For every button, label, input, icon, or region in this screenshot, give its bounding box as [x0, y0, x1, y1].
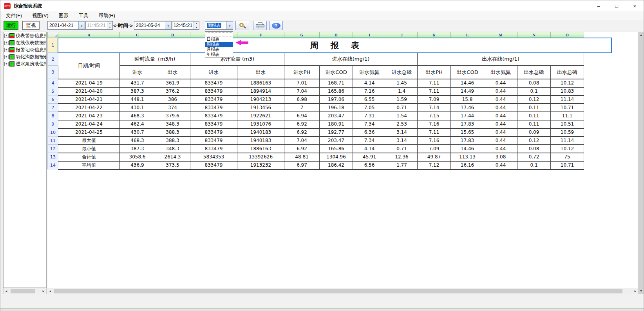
column-header-A[interactable]: A	[58, 32, 120, 38]
data-cell[interactable]: 1.77	[386, 161, 418, 169]
data-cell[interactable]: 13392626	[237, 153, 284, 161]
header-group-1[interactable]: 累计流量 (m3)	[190, 53, 284, 66]
row-number-cell[interactable]: 5	[48, 87, 58, 95]
header-date-time[interactable]: 日期/时间	[58, 53, 120, 79]
data-cell[interactable]: 7	[284, 104, 320, 112]
data-cell[interactable]: 436.9	[120, 161, 155, 169]
data-cell[interactable]: 48.81	[284, 153, 320, 161]
menu-item-4[interactable]: 帮助(H)	[99, 13, 115, 19]
data-cell[interactable]: 1904213	[237, 95, 284, 104]
data-cell[interactable]: 1940183	[237, 137, 284, 145]
data-cell[interactable]: 14.46	[451, 79, 484, 87]
data-cell[interactable]: 7.01	[284, 79, 320, 87]
data-cell[interactable]: 7.34	[353, 137, 386, 145]
row-number-cell[interactable]: 11	[48, 137, 58, 145]
data-cell[interactable]: 10.71	[551, 104, 584, 112]
data-cell[interactable]: 348.3	[155, 145, 190, 153]
data-cell[interactable]: 833479	[190, 137, 237, 145]
report-type-combo[interactable]: 周报表 ∨	[205, 21, 233, 30]
data-cell[interactable]: 7.04	[284, 87, 320, 95]
end-date-picker[interactable]: 2021-05-24 ∨	[134, 21, 172, 30]
data-cell[interactable]: 468.3	[120, 137, 155, 145]
data-cell[interactable]: 833479	[190, 112, 237, 120]
column-header-H[interactable]: H	[320, 32, 353, 38]
scroll-up-icon[interactable]: ▲	[639, 32, 644, 38]
data-cell[interactable]: 168.71	[320, 79, 353, 87]
data-cell[interactable]: 0.11	[517, 112, 551, 120]
row-number-cell[interactable]: 12	[48, 145, 58, 153]
data-cell[interactable]: 348.3	[155, 120, 190, 128]
tree-item-0[interactable]: +仪表警告信息报	[4, 32, 46, 39]
data-cell[interactable]: 11.14	[551, 95, 584, 104]
sidebar-horizontal-scrollbar[interactable]: ◄ ►	[3, 288, 47, 294]
data-cell[interactable]: 15.65	[451, 128, 484, 137]
data-cell[interactable]: 1940183	[237, 128, 284, 137]
select-all-corner[interactable]	[48, 32, 58, 38]
column-header-K[interactable]: K	[418, 32, 451, 38]
data-cell[interactable]: 387.3	[120, 145, 155, 153]
menu-item-3[interactable]: 工具	[79, 13, 89, 19]
data-cell[interactable]: 388.3	[155, 128, 190, 137]
data-cell[interactable]: 10.12	[551, 79, 584, 87]
data-cell[interactable]: 833479	[190, 128, 237, 137]
column-header-F[interactable]: F	[237, 32, 284, 38]
scrollbar-thumb[interactable]	[54, 289, 622, 293]
expand-icon[interactable]: +	[4, 48, 9, 52]
header-sub-1[interactable]: 出水	[155, 66, 190, 79]
data-cell[interactable]: 6.98	[284, 95, 320, 104]
tree-item-3[interactable]: +氧化沟数据报表	[4, 54, 46, 60]
row-number-cell[interactable]: 3	[48, 66, 58, 79]
report-title-cell[interactable]: 周 报 表	[58, 38, 612, 53]
data-cell[interactable]: 0.12	[517, 95, 551, 104]
data-cell[interactable]: 15.8	[451, 95, 484, 104]
start-date-picker[interactable]: 2021-04-21 ∨	[47, 21, 85, 30]
spin-down-icon[interactable]: ▼	[194, 25, 199, 29]
column-header-L[interactable]: L	[451, 32, 484, 38]
data-cell[interactable]: 2021-04-25	[58, 128, 120, 137]
data-cell[interactable]: 0.44	[484, 104, 517, 112]
header-sub-11[interactable]: 出水总磷	[517, 66, 551, 79]
data-cell[interactable]: 113.13	[451, 153, 484, 161]
data-cell[interactable]: 5834353	[190, 153, 237, 161]
data-cell[interactable]: 2021-04-21	[58, 95, 120, 104]
data-cell[interactable]: 6.97	[284, 161, 320, 169]
data-cell[interactable]: 387.3	[120, 87, 155, 95]
menu-item-0[interactable]: 文件(F)	[6, 13, 22, 19]
data-cell[interactable]: 192.77	[320, 128, 353, 137]
data-cell[interactable]: 0.44	[484, 95, 517, 104]
data-cell[interactable]: 17.44	[451, 112, 484, 120]
data-cell[interactable]: 0.44	[484, 120, 517, 128]
data-cell[interactable]: 203.47	[320, 112, 353, 120]
dropdown-option-0[interactable]	[205, 32, 233, 37]
tree-item-4[interactable]: +进水泵房液位报	[4, 61, 46, 67]
data-cell[interactable]: 7.14	[418, 104, 451, 112]
data-cell[interactable]: 6.36	[353, 128, 386, 137]
data-cell[interactable]: 1931076	[237, 120, 284, 128]
dropdown-option-1[interactable]: 日报表	[205, 37, 233, 42]
data-cell[interactable]: 0.44	[484, 87, 517, 95]
data-cell[interactable]: 0.08	[517, 145, 551, 153]
tree-item-1[interactable]: +在线仪表数据报	[4, 40, 46, 46]
spin-up-icon[interactable]: ▲	[194, 22, 199, 25]
header-sub-3[interactable]: 出水	[237, 66, 284, 79]
expand-icon[interactable]: +	[4, 34, 9, 38]
row-number-cell[interactable]: 13	[48, 153, 58, 161]
data-cell[interactable]: 1.54	[386, 112, 418, 120]
data-cell[interactable]: 3.08	[484, 153, 517, 161]
data-cell[interactable]: 165.86	[320, 145, 353, 153]
data-cell[interactable]: 7.15	[418, 112, 451, 120]
close-button[interactable]: ×	[626, 0, 644, 11]
data-cell[interactable]: 6.94	[284, 112, 320, 120]
data-cell[interactable]: 0.44	[484, 137, 517, 145]
column-header-C[interactable]: C	[120, 32, 155, 38]
data-cell[interactable]: 7.12	[418, 161, 451, 169]
data-cell[interactable]: 7.31	[353, 112, 386, 120]
data-cell[interactable]: 430.7	[120, 128, 155, 137]
data-cell[interactable]: 468.3	[120, 112, 155, 120]
chevron-down-icon[interactable]: ∨	[78, 22, 85, 29]
scroll-left-icon[interactable]: ◄	[4, 289, 9, 293]
spinner-arrows[interactable]: ▲ ▼	[194, 22, 199, 29]
data-cell[interactable]: 379.6	[155, 112, 190, 120]
scroll-left-icon[interactable]: ◄	[47, 289, 53, 293]
dropdown-option-3[interactable]: 月报表	[205, 47, 233, 52]
